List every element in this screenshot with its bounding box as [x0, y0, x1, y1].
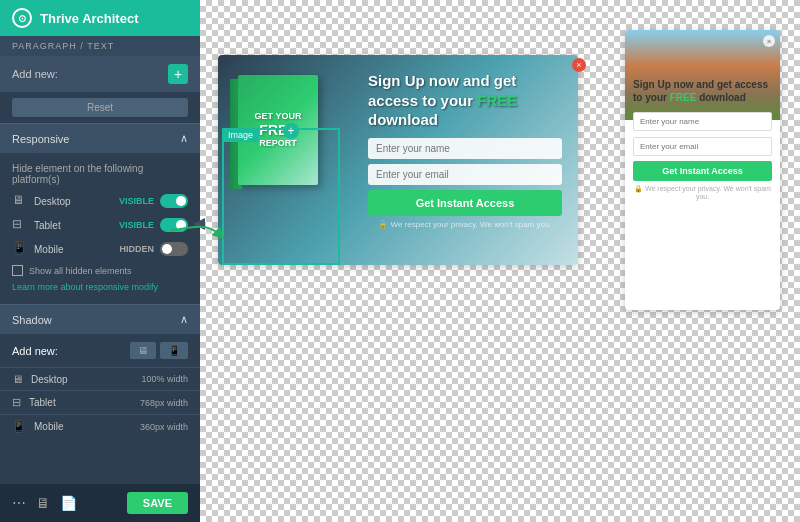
desktop-preview-card: GET YOUR FREE REPORT Sign Up now and get… [218, 55, 578, 265]
desktop-icon: 🖥 [12, 193, 28, 209]
desktop-toggle-knob [176, 196, 186, 206]
shadow-btn-group: 🖥 📱 [130, 342, 188, 359]
device-mobile-icon: 📱 [12, 420, 26, 433]
mobile-preview-content: Sign Up now and get access to your FREE … [625, 70, 780, 208]
sidebar-header: ⊙ Thrive Architect [0, 0, 200, 36]
book-container: GET YOUR FREE REPORT [230, 75, 340, 235]
device-row-mobile: 📱 Mobile 360px width [0, 414, 200, 438]
desktop-visibility: VISIBLE [119, 196, 154, 206]
responsive-label: Responsive [12, 133, 69, 145]
shadow-mobile-btn[interactable]: 📱 [160, 342, 188, 359]
tablet-visibility: VISIBLE [119, 220, 154, 230]
shadow-label: Shadow [12, 314, 52, 326]
device-row-desktop: 🖥 Desktop 100% width [0, 367, 200, 390]
show-hidden-checkbox[interactable] [12, 265, 23, 276]
responsive-section-header[interactable]: Responsive ∧ [0, 123, 200, 153]
mobile-headline-part2: download [699, 92, 746, 103]
device-mobile-name: Mobile [34, 421, 132, 432]
mobile-preview-headline: Sign Up now and get access to your FREE … [633, 78, 772, 104]
show-hidden-row: Show all hidden elements [12, 265, 188, 276]
platform-name-desktop: Desktop [34, 196, 113, 207]
device-tablet-name: Tablet [29, 397, 132, 408]
add-new-button[interactable]: + [168, 64, 188, 84]
hide-element-label: Hide element on the following platform(s… [12, 163, 188, 185]
platform-row-mobile: 📱 Mobile HIDDEN [12, 241, 188, 257]
device-desktop-width: 100% width [141, 374, 188, 384]
shadow-add-row: Add new: 🖥 📱 [0, 334, 200, 367]
desktop-privacy-text: 🔒 We respect your privacy. We won't spam… [368, 220, 562, 229]
device-tablet-icon: ⊟ [12, 396, 21, 409]
green-arrow-icon [165, 210, 225, 250]
desktop-cta-button[interactable]: Get Instant Access [368, 190, 562, 216]
shadow-desktop-btn[interactable]: 🖥 [130, 342, 156, 359]
mobile-email-input[interactable] [633, 137, 772, 156]
mobile-cta-button[interactable]: Get Instant Access [633, 161, 772, 181]
shadow-section-header[interactable]: Shadow ∧ [0, 304, 200, 334]
reset-button[interactable]: Reset [12, 98, 188, 117]
platform-row-tablet: ⊟ Tablet VISIBLE [12, 217, 188, 233]
tablet-icon: ⊟ [12, 217, 28, 233]
sidebar-title: Thrive Architect [40, 11, 139, 26]
image-select-badge: Image [222, 128, 259, 142]
device-row-tablet: ⊟ Tablet 768px width [0, 390, 200, 414]
platform-row-desktop: 🖥 Desktop VISIBLE [12, 193, 188, 209]
mobile-name-input[interactable] [633, 112, 772, 131]
mobile-preview-close-button[interactable]: × [763, 35, 775, 47]
device-desktop-icon: 🖥 [12, 373, 23, 385]
desktop-email-input[interactable] [368, 164, 562, 185]
more-icon[interactable]: ⋯ [12, 495, 26, 511]
desktop-toggle[interactable] [160, 194, 188, 208]
shadow-chevron-icon: ∧ [180, 313, 188, 326]
headline-free-text: FREE [477, 92, 517, 109]
sidebar-bottom: ⋯ 🖥 📄 SAVE [0, 484, 200, 522]
bottom-icons: ⋯ 🖥 📄 [12, 495, 77, 511]
add-new-row: Add new: + [0, 56, 200, 92]
thrive-logo-icon: ⊙ [12, 8, 32, 28]
add-new-label: Add new: [12, 68, 58, 80]
image-select-plus-icon[interactable]: + [283, 123, 299, 139]
shadow-add-label: Add new: [12, 345, 58, 357]
show-hidden-label: Show all hidden elements [29, 266, 132, 276]
platform-name-tablet: Tablet [34, 220, 113, 231]
headline-part2: download [368, 111, 438, 128]
desktop-name-input[interactable] [368, 138, 562, 159]
desktop-preview-close-button[interactable]: × [572, 58, 586, 72]
responsive-chevron-icon: ∧ [180, 132, 188, 145]
device-tablet-width: 768px width [140, 398, 188, 408]
device-mobile-width: 360px width [140, 422, 188, 432]
device-desktop-name: Desktop [31, 374, 133, 385]
sidebar: ⊙ Thrive Architect PARAGRAPH / TEXT Add … [0, 0, 200, 522]
mobile-privacy-text: 🔒 We respect your privacy. We won't spam… [633, 185, 772, 200]
mobile-visibility: HIDDEN [119, 244, 154, 254]
file-icon[interactable]: 📄 [60, 495, 77, 511]
mobile-headline-free: FREE [670, 92, 697, 103]
learn-more-link[interactable]: Learn more about responsive modify [12, 282, 188, 292]
platform-name-mobile: Mobile [34, 244, 113, 255]
sidebar-subtitle: PARAGRAPH / TEXT [0, 36, 200, 56]
preview-icon[interactable]: 🖥 [36, 495, 50, 511]
mobile-icon: 📱 [12, 241, 28, 257]
mobile-preview-card: × Sign Up now and get access to your FRE… [625, 30, 780, 310]
desktop-preview-headline: Sign Up now and get access to your FREE … [368, 71, 562, 130]
save-button[interactable]: SAVE [127, 492, 188, 514]
